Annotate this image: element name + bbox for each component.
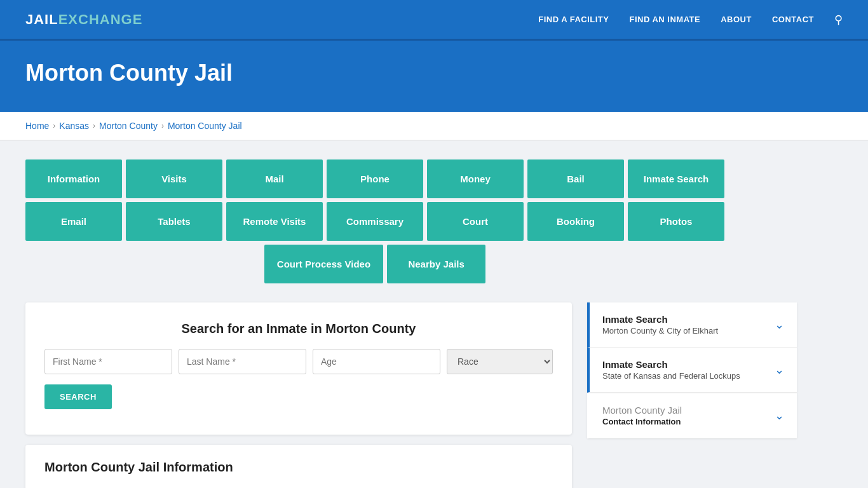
first-name-input[interactable] [44,349,172,374]
logo-exchange: EXCHANGE [58,11,143,28]
page-title: Morton County Jail [25,60,843,86]
sidebar-card-title-3: Morton County Jail [602,405,682,416]
btn-email[interactable]: Email [25,202,122,241]
inmate-search-box: Search for an Inmate in Morton County Ra… [25,302,572,435]
sidebar-card-inmate-search-local[interactable]: Inmate Search Morton County & City of El… [587,302,797,348]
nav-find-facility[interactable]: FIND A FACILITY [538,15,609,24]
btn-court[interactable]: Court [427,202,524,241]
info-title: Morton County Jail Information [44,460,553,475]
logo-jail: JAIL [25,11,58,28]
grid-row-3: Court Process Video Nearby Jails [25,245,724,283]
btn-phone[interactable]: Phone [327,159,423,198]
btn-court-process-video[interactable]: Court Process Video [264,245,383,283]
btn-photos[interactable]: Photos [628,202,724,241]
sidebar-card-subtitle-2: State of Kansas and Federal Lockups [602,371,740,381]
breadcrumb-sep-1: › [53,121,55,130]
last-name-input[interactable] [179,349,306,374]
btn-inmate-search[interactable]: Inmate Search [628,159,724,198]
grid-row-2: Email Tablets Remote Visits Commissary C… [25,202,724,241]
breadcrumb-kansas[interactable]: Kansas [59,121,89,131]
site-logo[interactable]: JAILEXCHANGE [25,11,142,28]
info-section: Morton County Jail Information [25,445,572,488]
btn-commissary[interactable]: Commissary [327,202,423,241]
btn-tablets[interactable]: Tablets [126,202,222,241]
breadcrumb-sep-2: › [93,121,95,130]
sidebar-card-title-2: Inmate Search [602,359,740,370]
site-header: JAILEXCHANGE FIND A FACILITY FIND AN INM… [0,0,868,41]
search-fields: Race White Black Hispanic Asian Other [44,349,553,374]
chevron-icon-2: ⌄ [775,363,784,377]
sidebar-card-contact-info[interactable]: Morton County Jail Contact Information ⌄ [587,393,797,438]
race-select[interactable]: Race White Black Hispanic Asian Other [447,349,553,374]
nav-find-inmate[interactable]: FIND AN INMATE [629,15,700,24]
sidebar-card-subtitle-3: Contact Information [602,417,682,426]
grid-row-1: Information Visits Mail Phone Money Bail… [25,159,724,198]
breadcrumb: Home › Kansas › Morton County › Morton C… [0,112,868,140]
btn-bail[interactable]: Bail [527,159,624,198]
breadcrumb-home[interactable]: Home [25,121,49,131]
btn-remote-visits[interactable]: Remote Visits [226,202,323,241]
btn-nearby-jails[interactable]: Nearby Jails [387,245,485,283]
main-content: Information Visits Mail Phone Money Bail… [0,140,868,488]
search-icon-button[interactable]: ⚲ [834,13,843,27]
breadcrumb-morton-county[interactable]: Morton County [99,121,158,131]
btn-money[interactable]: Money [427,159,524,198]
sidebar-card-title-1: Inmate Search [602,314,718,325]
sidebar-card-subtitle-1: Morton County & City of Elkhart [602,326,718,336]
sidebar-card-inmate-search-state[interactable]: Inmate Search State of Kansas and Federa… [587,348,797,393]
btn-information[interactable]: Information [25,159,122,198]
main-nav: FIND A FACILITY FIND AN INMATE ABOUT CON… [538,13,843,27]
sidebar: Inmate Search Morton County & City of El… [587,302,797,488]
search-button[interactable]: SEARCH [44,384,112,409]
nav-about[interactable]: ABOUT [721,15,752,24]
bottom-section: Search for an Inmate in Morton County Ra… [25,302,843,488]
age-input[interactable] [313,349,440,374]
chevron-icon-1: ⌄ [775,318,784,332]
btn-visits[interactable]: Visits [126,159,222,198]
hero-section: Morton County Jail [0,41,868,112]
breadcrumb-jail[interactable]: Morton County Jail [168,121,242,131]
btn-booking[interactable]: Booking [527,202,624,241]
btn-mail[interactable]: Mail [226,159,323,198]
nav-contact[interactable]: CONTACT [772,15,814,24]
chevron-icon-3: ⌄ [775,409,784,423]
search-title: Search for an Inmate in Morton County [44,322,553,336]
breadcrumb-sep-3: › [161,121,164,130]
